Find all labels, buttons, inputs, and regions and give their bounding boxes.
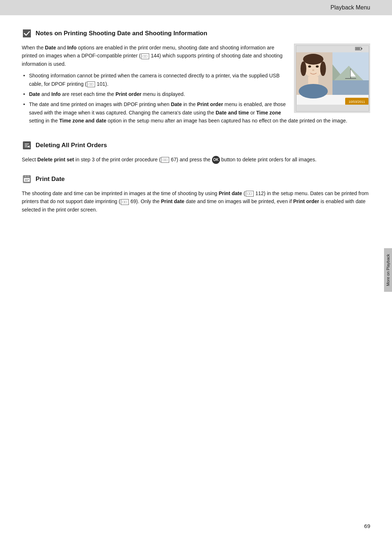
printdate-body: The shooting date and time can be imprin… xyxy=(22,189,370,214)
bullet-item-3: The date and time printed on images with… xyxy=(22,100,370,125)
svg-rect-5 xyxy=(361,48,362,49)
svg-rect-42 xyxy=(25,180,26,181)
page-number: 69 xyxy=(364,523,370,529)
svg-point-16 xyxy=(303,54,323,65)
svg-point-20 xyxy=(316,65,319,68)
sidebar-tab: More on Playback xyxy=(384,248,392,292)
svg-rect-40 xyxy=(26,179,28,180)
printdate-heading-text: Print Date xyxy=(36,176,65,183)
svg-rect-43 xyxy=(26,180,28,181)
header-bar: Playback Menu xyxy=(0,0,392,15)
svg-rect-37 xyxy=(25,176,26,177)
svg-point-21 xyxy=(312,69,314,71)
notes-icon xyxy=(22,28,32,39)
svg-rect-41 xyxy=(28,179,29,180)
section-printdate-heading: Print Date xyxy=(22,174,370,184)
page: Playback Menu Notes on Printing Shooting… xyxy=(0,0,392,540)
printdate-icon xyxy=(22,174,32,184)
svg-point-19 xyxy=(308,65,311,68)
header-title: Playback Menu xyxy=(331,4,370,11)
section-notes-heading: Notes on Printing Shooting Date and Shoo… xyxy=(22,28,370,39)
bullet-item-1: Shooting information cannot be printed w… xyxy=(22,72,370,88)
deleting-heading-text: Deleting All Print Orders xyxy=(36,142,107,149)
svg-rect-36 xyxy=(24,176,30,178)
svg-rect-6 xyxy=(356,48,360,50)
notes-content: 10/03/2011 When the Date and Info option… xyxy=(22,44,370,129)
deleting-body: Select Delete print set in step 3 of the… xyxy=(22,156,370,164)
deleting-icon xyxy=(22,140,32,150)
notes-heading-text: Notes on Printing Shooting Date and Shoo… xyxy=(36,30,207,37)
main-content: Notes on Printing Shooting Date and Shoo… xyxy=(0,15,392,239)
bullet-item-2: Date and Info are reset each time the Pr… xyxy=(22,90,370,98)
ok-button-icon: OK xyxy=(212,156,220,164)
section-deleting-heading: Deleting All Print Orders xyxy=(22,140,370,150)
svg-rect-38 xyxy=(28,176,29,177)
sidebar-tab-label: More on Playback xyxy=(386,254,390,286)
svg-rect-39 xyxy=(25,179,26,180)
